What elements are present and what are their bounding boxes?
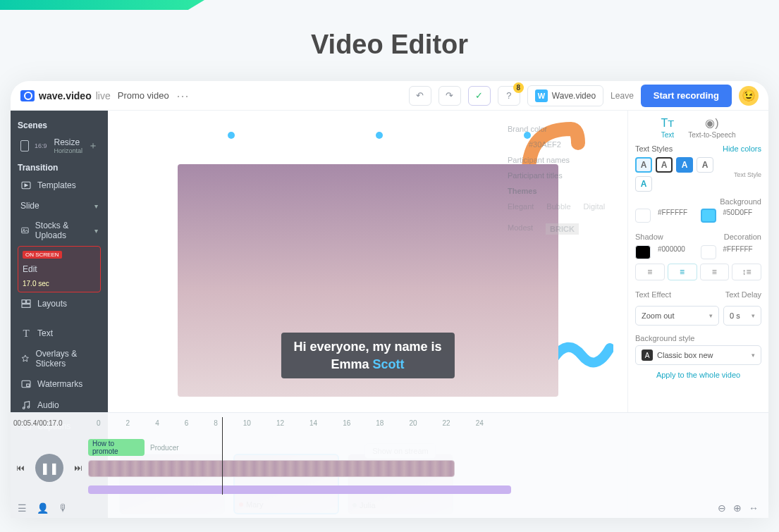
workspace-avatar-icon: W	[535, 89, 548, 102]
sidebar-item-edit-onscreen[interactable]: ON SCREEN Edit 17.0 sec	[18, 246, 101, 292]
text-effect-select[interactable]: Zoom out▾	[635, 306, 719, 326]
align-right-button[interactable]: ≡	[700, 264, 730, 280]
time-ticks: 0 2 4 6 8 10 12 14 16 18 20 22 24	[97, 419, 484, 427]
text-style-option[interactable]: A	[697, 157, 713, 173]
decoration-swatch[interactable]	[701, 245, 716, 259]
selection-handle[interactable]	[524, 132, 531, 139]
producer-hint: Producer	[150, 444, 179, 452]
start-recording-button[interactable]: Start recording	[641, 85, 732, 107]
help-button[interactable]: ?8	[498, 86, 520, 106]
zoom-in-button[interactable]: ⊕	[733, 502, 742, 514]
text-clip[interactable]: How to promote	[88, 439, 145, 456]
text-label: Text	[37, 328, 53, 338]
bg-style-label: Background style	[635, 334, 761, 342]
text-tab-icon: Tᴛ	[661, 116, 674, 130]
sidebar-item-text[interactable]: T Text	[18, 323, 101, 343]
svg-point-9	[27, 406, 30, 408]
leave-button[interactable]: Leave	[611, 91, 634, 101]
selection-handle[interactable]	[376, 132, 383, 139]
workspace-chip[interactable]: W Wave.video	[527, 85, 603, 106]
sidebar-header-scenes: Scenes	[18, 120, 101, 130]
brand-logo[interactable]: wave.video live	[20, 90, 111, 101]
people-toggle-icon[interactable]: 👤	[37, 502, 49, 514]
tick: 2	[126, 419, 130, 427]
redo-button[interactable]: ↷	[438, 86, 461, 106]
watermark-icon	[20, 378, 32, 390]
slide-label: Slide	[20, 201, 39, 211]
bg-style-select[interactable]: AClassic box new ▾	[635, 345, 761, 365]
sidebar-item-stocks[interactable]: Stocks & Uploads ▾	[18, 216, 101, 245]
text-effect-label: Text Effect	[635, 290, 671, 299]
chevron-down-icon: ▾	[752, 312, 755, 319]
stage[interactable]: Hi everyone, my name is Emma Scott	[108, 111, 627, 450]
sidebar-item-overlays[interactable]: Overlays & Stickers	[18, 345, 101, 373]
edit-label: Edit	[23, 264, 37, 274]
watermarks-label: Watermarks	[37, 379, 82, 389]
add-scene-icon[interactable]: ＋	[88, 140, 98, 152]
play-pause-button[interactable]: ❚❚	[35, 454, 63, 482]
zoom-out-button[interactable]: ⊖	[718, 502, 726, 514]
align-center-button[interactable]: ≡	[668, 264, 697, 280]
text-style-option[interactable]: A	[635, 176, 652, 192]
sidebar-item-slide[interactable]: Slide ▾	[18, 197, 101, 215]
stocks-icon	[20, 225, 30, 236]
align-left-button[interactable]: ≡	[635, 264, 665, 280]
sidebar-item-watermarks[interactable]: Watermarks	[18, 374, 101, 394]
tick: 10	[243, 419, 251, 427]
audio-label: Audio	[37, 400, 59, 410]
fit-width-button[interactable]: ↔	[749, 502, 759, 514]
aspect-icon	[20, 140, 29, 151]
next-button[interactable]: ⏭	[70, 460, 86, 476]
sidebar-header-transition: Transition	[18, 163, 101, 173]
text-style-swatches: A A A A A	[635, 157, 734, 192]
shadow-swatch[interactable]	[635, 245, 651, 259]
text-style-option[interactable]: A	[676, 157, 693, 173]
tick: 18	[376, 419, 384, 427]
chevron-down-icon: ▾	[94, 227, 98, 235]
tick: 16	[343, 419, 350, 427]
text-style-option[interactable]: A	[656, 157, 673, 173]
user-avatar[interactable]: 😉	[739, 86, 759, 106]
video-frame[interactable]: Hi everyone, my name is Emma Scott	[178, 164, 558, 397]
text-styles-label: Text Styles	[635, 144, 673, 153]
sidebar-item-templates[interactable]: Templates	[18, 175, 101, 195]
save-ok-button[interactable]: ✓	[468, 86, 491, 106]
chevron-down-icon: ▾	[709, 312, 713, 319]
text-clip-label: How to promote	[92, 440, 140, 455]
bg-swatch-2[interactable]	[701, 209, 716, 223]
chevron-down-icon: ▾	[94, 202, 98, 210]
time-position: 00:05.4/00:17.0	[13, 419, 91, 427]
line-spacing-button[interactable]: ↕≡	[732, 264, 761, 280]
workspace: Scenes 16:9 Resize Horizontal ＋ Transiti…	[11, 111, 768, 518]
layouts-label: Layouts	[37, 299, 67, 309]
bg-style-icon: A	[642, 349, 653, 361]
sidebar-item-resize[interactable]: 16:9 Resize Horizontal ＋	[18, 133, 101, 159]
audio-clip[interactable]	[88, 485, 511, 494]
mic-toggle-icon[interactable]: 🎙	[59, 502, 68, 514]
project-name[interactable]: Promo video	[118, 90, 169, 101]
tab-tts-label: Text-to-Speech	[688, 131, 735, 139]
bg-swatch-1[interactable]	[635, 209, 651, 223]
star-icon	[20, 353, 30, 364]
selection-handle[interactable]	[228, 132, 235, 139]
list-toggle-icon[interactable]: ☰	[18, 502, 27, 514]
sidebar-item-layouts[interactable]: Layouts	[18, 294, 101, 314]
undo-button[interactable]: ↶	[409, 86, 431, 106]
text-style-link[interactable]: Text Style	[734, 171, 761, 178]
apply-whole-video-link[interactable]: Apply to the whole video	[635, 371, 761, 379]
text-delay-select[interactable]: 0 s▾	[723, 306, 761, 326]
text-icon: T	[20, 328, 32, 339]
workspace-name: Wave.video	[552, 91, 596, 101]
text-style-option[interactable]: A	[635, 157, 652, 173]
hide-colors-link[interactable]: Hide colors	[723, 144, 761, 153]
tab-tts[interactable]: ◉) Text-to-Speech	[688, 116, 735, 139]
tab-text[interactable]: Tᴛ Text	[661, 116, 674, 139]
prev-button[interactable]: ⏮	[13, 460, 28, 476]
more-menu-icon[interactable]: ⋯	[176, 88, 190, 104]
tick: 8	[214, 419, 218, 427]
playhead[interactable]	[222, 417, 223, 495]
caption-overlay[interactable]: Hi everyone, my name is Emma Scott	[281, 333, 454, 378]
video-clip[interactable]	[88, 460, 455, 477]
onscreen-badge: ON SCREEN	[23, 251, 62, 259]
timeline-tracks[interactable]: How to promote Producer	[88, 433, 768, 503]
